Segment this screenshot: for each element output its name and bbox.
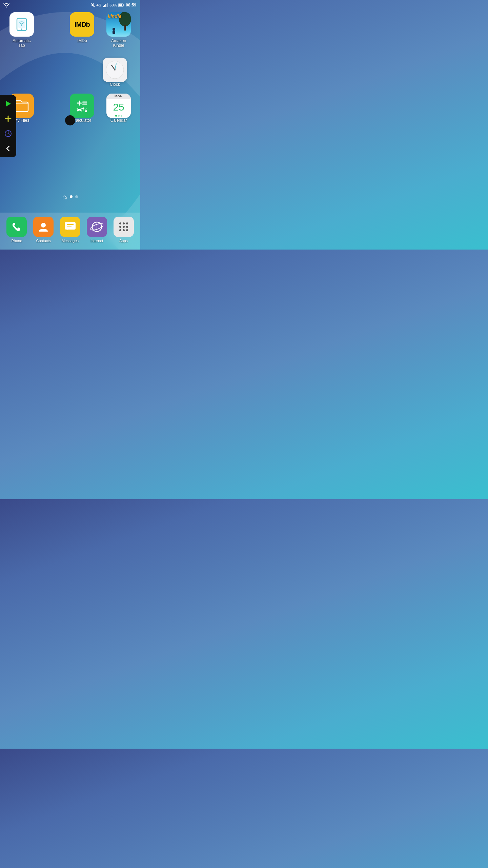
svg-rect-11 — [18, 20, 25, 28]
svg-point-12 — [21, 24, 22, 26]
status-left — [3, 3, 9, 7]
svg-point-47 — [126, 222, 128, 224]
battery-icon — [118, 3, 124, 7]
signal-icon — [103, 3, 108, 7]
dock-messages[interactable]: Messages — [60, 217, 80, 243]
dock-phone[interactable]: Phone — [6, 217, 27, 243]
home-indicator[interactable] — [62, 195, 67, 199]
calendar-label: Calendar — [110, 118, 127, 123]
automatic-tap-icon — [14, 16, 30, 33]
app-clock[interactable]: Clock — [96, 58, 134, 87]
calendar-day: MON — [106, 94, 131, 99]
clock-label: Clock — [110, 82, 120, 87]
messages-icon — [64, 221, 76, 232]
home-icon — [63, 195, 67, 199]
app-spacer-1 — [40, 12, 64, 48]
time-display: 08:59 — [126, 3, 136, 7]
back-icon — [5, 145, 11, 152]
svg-point-28 — [82, 107, 84, 110]
svg-rect-5 — [107, 3, 108, 7]
messages-label: Messages — [62, 239, 79, 243]
svg-point-45 — [119, 222, 121, 224]
svg-point-53 — [126, 229, 128, 231]
svg-point-51 — [119, 229, 121, 231]
svg-point-16 — [113, 28, 115, 31]
calendar-date: 25 — [113, 101, 124, 113]
app-row-1: AutomaticTap IMDb IMDb — [0, 9, 140, 48]
contacts-label: Contacts — [36, 239, 50, 243]
center-dot[interactable] — [65, 115, 75, 125]
clock-icon-svg — [105, 60, 124, 79]
svg-point-50 — [126, 226, 128, 228]
network-type: 4G — [97, 3, 102, 7]
dock-apps[interactable]: Apps — [114, 217, 134, 243]
svg-point-29 — [85, 110, 87, 112]
toolbar-clock-btn[interactable] — [2, 127, 14, 140]
contacts-icon — [37, 221, 49, 233]
app-row-2: Clock — [0, 51, 137, 87]
svg-rect-2 — [103, 6, 104, 7]
svg-point-52 — [123, 229, 125, 231]
floating-toolbar — [0, 95, 16, 157]
wifi-icon — [3, 3, 9, 7]
apps-icon — [118, 221, 130, 233]
mute-icon — [90, 3, 95, 7]
svg-point-48 — [119, 226, 121, 228]
apps-label: Apps — [119, 239, 128, 243]
toolbar-add-btn[interactable] — [2, 113, 14, 125]
kindle-label: AmazonKindle — [111, 38, 126, 48]
svg-rect-3 — [104, 5, 105, 7]
phone-label: Phone — [11, 239, 22, 243]
play-icon — [5, 101, 11, 107]
myfiles-icon-svg — [15, 99, 29, 112]
dock: Phone Contacts Messages — [0, 213, 140, 250]
internet-label: Internet — [90, 239, 103, 243]
svg-rect-8 — [119, 4, 122, 6]
svg-point-38 — [41, 223, 46, 228]
page-dot-active[interactable] — [70, 195, 73, 198]
add-icon — [5, 115, 12, 122]
dock-contacts[interactable]: Contacts — [33, 217, 54, 243]
page-indicators — [62, 195, 78, 199]
svg-rect-7 — [124, 4, 124, 6]
calculator-icon-svg — [75, 98, 89, 113]
page-dot-2[interactable] — [75, 195, 78, 198]
toolbar-back-btn[interactable] — [2, 142, 14, 155]
clock-toolbar-icon — [4, 130, 12, 137]
battery-percent: 63% — [109, 3, 117, 7]
svg-marker-31 — [6, 101, 11, 106]
svg-point-13 — [21, 28, 22, 30]
calculator-label: Calculator — [73, 118, 91, 123]
imdb-text: IMDb — [75, 21, 90, 28]
svg-rect-17 — [113, 31, 115, 34]
phone-icon — [11, 221, 22, 232]
svg-rect-15 — [124, 25, 126, 31]
app-calendar[interactable]: MON 25 Calendar — [100, 94, 137, 123]
svg-point-49 — [123, 226, 125, 228]
automatic-tap-label: AutomaticTap — [13, 38, 30, 48]
svg-rect-4 — [105, 4, 106, 7]
status-right: 4G 63% 08:59 — [90, 3, 136, 7]
status-bar: 4G 63% 08:59 — [0, 0, 140, 9]
app-automatic-tap[interactable]: AutomaticTap — [3, 12, 40, 48]
app-imdb[interactable]: IMDb IMDb — [64, 12, 100, 48]
svg-point-46 — [123, 222, 125, 224]
svg-line-37 — [8, 134, 9, 134]
toolbar-play-btn[interactable] — [2, 98, 14, 110]
imdb-label: IMDb — [77, 38, 87, 43]
app-amazon-kindle[interactable]: kindle AmazonKindle — [100, 12, 137, 48]
myfiles-label: My Files — [14, 118, 29, 123]
internet-icon — [90, 220, 103, 233]
app-spacer-2 — [40, 94, 64, 123]
dock-internet[interactable]: Internet — [87, 217, 107, 243]
